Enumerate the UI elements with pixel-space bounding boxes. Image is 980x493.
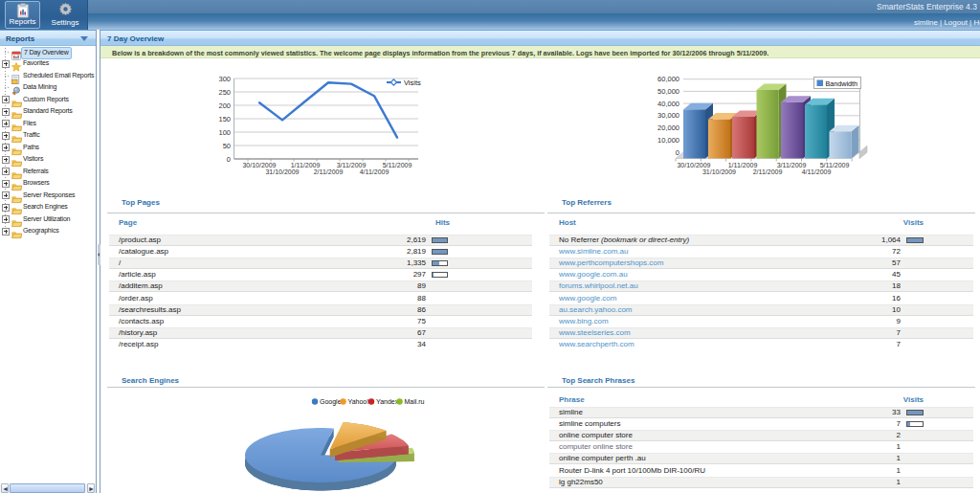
svg-text:4/11/2009: 4/11/2009 xyxy=(802,168,832,175)
svg-text:300: 300 xyxy=(218,75,231,83)
svg-text:60,000: 60,000 xyxy=(657,75,679,83)
svg-text:5/11/2009: 5/11/2009 xyxy=(383,162,412,168)
svg-text:250: 250 xyxy=(218,88,231,97)
svg-text:50,000: 50,000 xyxy=(657,87,679,96)
svg-text:0: 0 xyxy=(676,148,679,157)
svg-text:10,000: 10,000 xyxy=(657,136,679,145)
svg-text:1/11/2009: 1/11/2009 xyxy=(728,162,758,168)
svg-text:2/11/2009: 2/11/2009 xyxy=(753,168,783,175)
svg-text:Bandwidth: Bandwidth xyxy=(826,79,858,88)
svg-text:0: 0 xyxy=(227,155,231,164)
svg-text:31/10/2009: 31/10/2009 xyxy=(702,168,736,175)
svg-text:3/11/2009: 3/11/2009 xyxy=(777,162,807,168)
svg-text:Yandex: Yandex xyxy=(376,398,399,405)
svg-text:1/11/2009: 1/11/2009 xyxy=(291,162,321,168)
svg-text:2/11/2009: 2/11/2009 xyxy=(314,168,344,175)
svg-text:30,000: 30,000 xyxy=(657,111,679,120)
svg-text:Visits: Visits xyxy=(404,78,421,87)
svg-text:4/11/2009: 4/11/2009 xyxy=(360,168,390,175)
svg-text:5/11/2009: 5/11/2009 xyxy=(820,162,850,168)
svg-text:150: 150 xyxy=(218,115,231,123)
svg-text:50: 50 xyxy=(223,142,231,150)
svg-text:3/11/2009: 3/11/2009 xyxy=(337,162,367,168)
svg-text:40,000: 40,000 xyxy=(657,100,679,108)
svg-text:30/10/2009: 30/10/2009 xyxy=(242,162,276,168)
svg-text:31/10/2009: 31/10/2009 xyxy=(265,168,299,175)
svg-text:Mail.ru: Mail.ru xyxy=(405,398,425,405)
svg-text:20,000: 20,000 xyxy=(657,123,679,132)
svg-text:100: 100 xyxy=(218,128,231,137)
svg-text:200: 200 xyxy=(218,101,231,110)
svg-text:Yahoo!: Yahoo! xyxy=(348,398,369,405)
svg-text:Google: Google xyxy=(320,398,342,406)
svg-text:30/10/2009: 30/10/2009 xyxy=(677,162,710,168)
